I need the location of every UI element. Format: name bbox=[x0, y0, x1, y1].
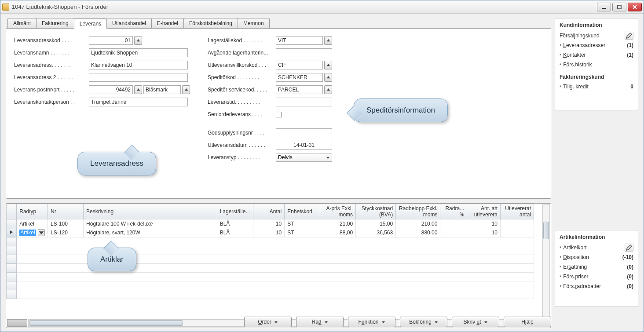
col-radra[interactable]: Radra... % bbox=[440, 204, 467, 219]
kundinformation-title: Kundinformation bbox=[560, 22, 602, 28]
forsaljningskund-subtitle: Försäljningskund bbox=[560, 33, 625, 39]
link-artikelkort[interactable]: •Artikelkort bbox=[560, 243, 633, 252]
link-forspriser[interactable]: •Förs.priser(0) bbox=[560, 272, 633, 281]
input-leveransadress[interactable] bbox=[89, 61, 188, 69]
funktion-button[interactable]: Funktion bbox=[348, 317, 395, 327]
lookup-speditor[interactable] bbox=[324, 73, 332, 82]
col-att-utlev[interactable]: Ant. att utleverera bbox=[467, 204, 501, 219]
link-tillg-kredit[interactable]: •Tillg. kredit0 bbox=[560, 82, 633, 91]
table-row[interactable] bbox=[7, 281, 534, 290]
link-forshistorik[interactable]: •Förs.historik bbox=[560, 60, 633, 69]
input-ort[interactable] bbox=[143, 85, 181, 94]
label-kontakt: Leveranskontaktperson . . bbox=[14, 99, 89, 105]
link-leveransadresser[interactable]: •Leveransadresser(1) bbox=[560, 40, 633, 50]
label-utlev-villkor: Utleveransvillkorskod . . . bbox=[208, 62, 276, 68]
skriv-ut-button[interactable]: Skriv ut bbox=[452, 317, 499, 327]
tab-memnon[interactable]: Memnon bbox=[238, 18, 270, 28]
edit-forsaljningskund-button[interactable] bbox=[625, 32, 633, 40]
window-controls bbox=[597, 3, 642, 11]
edit-artikelkort-button[interactable] bbox=[625, 244, 633, 252]
input-utlev-villkor[interactable] bbox=[276, 61, 323, 69]
maximize-button[interactable] bbox=[612, 3, 626, 11]
table-row[interactable] bbox=[7, 290, 534, 299]
close-button[interactable] bbox=[628, 3, 642, 11]
lookup-ort[interactable] bbox=[182, 85, 190, 94]
input-utlev-datum[interactable] bbox=[276, 141, 332, 150]
tab-forskott[interactable]: Förskottsbetalning bbox=[183, 18, 238, 28]
hjalp-button[interactable]: Hjälp bbox=[504, 317, 551, 327]
grid-corner-header[interactable] bbox=[7, 204, 17, 219]
table-row[interactable]: Artikel LS-120 Högtalare, svart, 120W BL… bbox=[7, 228, 534, 237]
input-lagerstallekod[interactable] bbox=[276, 36, 323, 45]
col-utlev[interactable]: Utlevererat antal bbox=[501, 204, 534, 219]
app-icon bbox=[2, 4, 9, 11]
input-avg-lager[interactable] bbox=[276, 48, 332, 57]
svg-rect-1 bbox=[618, 5, 621, 9]
minimize-button[interactable] bbox=[597, 3, 611, 11]
input-leveransadress2[interactable] bbox=[89, 73, 188, 82]
table-row[interactable] bbox=[7, 264, 534, 273]
link-ersattning[interactable]: •Ersättning(0) bbox=[560, 262, 633, 272]
input-postnr[interactable] bbox=[89, 85, 133, 94]
cell-combo-radtyp[interactable]: Artikel bbox=[19, 229, 45, 236]
col-beskrivning[interactable]: Beskrivning bbox=[84, 204, 217, 219]
grid: Radtyp Nr Beskrivning Lagerställe... Ant… bbox=[6, 204, 551, 328]
checkbox-sen-order[interactable] bbox=[276, 112, 282, 117]
lookup-leveransadresskod[interactable] bbox=[134, 36, 142, 45]
col-styck[interactable]: Styckkostnad (BVA) bbox=[356, 204, 396, 219]
label-sen-order: Sen orderleverans . . . . bbox=[208, 111, 276, 117]
col-nr[interactable]: Nr bbox=[48, 204, 84, 219]
label-leveranstyp: Leveranstyp . . . . . . . . bbox=[208, 154, 276, 161]
input-godsupplysning[interactable] bbox=[276, 128, 332, 137]
input-kontakt[interactable] bbox=[89, 98, 188, 106]
scrollbar-vertical[interactable] bbox=[542, 204, 550, 319]
col-antal[interactable]: Antal bbox=[253, 204, 285, 219]
col-apris[interactable]: A-pris Exkl. moms bbox=[320, 204, 356, 219]
row-pointer-icon bbox=[7, 228, 17, 237]
input-leveransnamn[interactable] bbox=[89, 48, 188, 57]
order-button[interactable]: Order bbox=[244, 317, 292, 327]
table-row[interactable] bbox=[7, 255, 534, 264]
artikelinformation-title: Artikelinformation bbox=[560, 234, 605, 240]
form-col-left: Leveransadresskod . . . . . Leveransnamn… bbox=[14, 36, 190, 162]
combo-leveranstyp[interactable]: Delvis bbox=[276, 153, 332, 162]
input-leveranstid[interactable] bbox=[276, 98, 332, 106]
tab-utlandshandel[interactable]: Utlandshandel bbox=[106, 18, 152, 28]
grid-body: Artikel LS-100 Högtalare 100 W i ek-delu… bbox=[7, 219, 534, 299]
col-radtyp[interactable]: Radtyp bbox=[17, 204, 48, 219]
col-lager[interactable]: Lagerställe... bbox=[217, 204, 253, 219]
input-speditor[interactable] bbox=[276, 73, 323, 82]
dropdown-icon[interactable] bbox=[38, 229, 45, 236]
col-radbelopp[interactable]: Radbelopp Exkl. moms bbox=[396, 204, 440, 219]
bokforing-button[interactable]: Bokföring bbox=[400, 317, 447, 327]
lookup-utlev-villkor[interactable] bbox=[324, 61, 332, 69]
bubble-artiklar: Artiklar bbox=[88, 248, 136, 271]
form-col-right: Lagerställekod . . . . . . . Avgående la… bbox=[208, 36, 332, 162]
lookup-speditor-service[interactable] bbox=[324, 85, 332, 94]
label-leveransnamn: Leveransnamn . . . . . . . bbox=[14, 50, 89, 56]
label-leveransadress: Leveransadress. . . . . . . bbox=[14, 62, 89, 68]
table-row[interactable] bbox=[7, 246, 534, 255]
tab-leverans[interactable]: Leverans bbox=[74, 18, 107, 29]
table-row[interactable] bbox=[7, 273, 534, 281]
link-kontakter[interactable]: •Kontakter(1) bbox=[560, 50, 633, 60]
bubble-leveransadress: Leveransadress bbox=[77, 152, 156, 175]
table-row[interactable] bbox=[7, 237, 534, 246]
input-leveransadresskod[interactable] bbox=[89, 36, 133, 45]
input-speditor-service[interactable] bbox=[276, 85, 323, 94]
lookup-lagerstallekod[interactable] bbox=[324, 36, 332, 45]
label-avg-lager: Avgående lagerhanterin... bbox=[208, 50, 276, 56]
label-leveransadresskod: Leveransadresskod . . . . . bbox=[14, 37, 89, 44]
label-leveransadress2: Leveransadress 2 . . . . . . bbox=[14, 74, 89, 80]
label-godsupplysning: Godsupplysningsnr . . . . bbox=[208, 130, 276, 136]
table-row[interactable]: Artikel LS-100 Högtalare 100 W i ek-delu… bbox=[7, 219, 534, 228]
tab-fakturering[interactable]: Fakturering bbox=[36, 18, 74, 28]
link-forsradrabatter[interactable]: •Förs.radrabatter(0) bbox=[560, 281, 633, 291]
col-enhet[interactable]: Enhetskod bbox=[285, 204, 320, 219]
tab-allmant[interactable]: Allmänt bbox=[7, 18, 37, 28]
right-panel: Kundinformation Försäljningskund •Levera… bbox=[555, 18, 638, 328]
lookup-postnr[interactable] bbox=[134, 85, 142, 94]
rad-button[interactable]: Rad bbox=[296, 317, 344, 327]
link-disposition[interactable]: •Disposition(-10) bbox=[560, 252, 633, 262]
tab-ehandel[interactable]: E-handel bbox=[151, 18, 184, 28]
